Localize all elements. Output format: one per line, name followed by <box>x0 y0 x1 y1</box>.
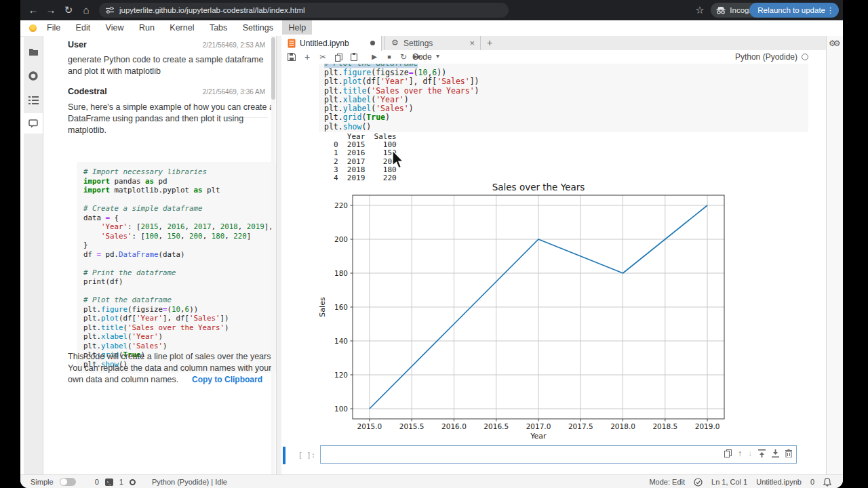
insert-cell-below-icon[interactable] <box>772 449 779 458</box>
home-icon[interactable]: ⌂ <box>79 0 94 20</box>
status-bar: Simple 0 ›_ 1 Python (Pyodide) | Idle Mo… <box>20 474 843 488</box>
svg-text:200: 200 <box>334 235 348 243</box>
table-of-contents-icon[interactable] <box>24 90 43 110</box>
move-cell-down-icon[interactable]: ↓ <box>748 449 752 458</box>
cut-cells-icon[interactable]: ✂ <box>317 50 329 64</box>
svg-text:2016.5: 2016.5 <box>484 422 509 430</box>
browser-toolbar: ← → ↻ ⌂ jupyterlite.github.io/jupyterlab… <box>20 0 843 20</box>
simple-mode-toggle[interactable] <box>60 478 76 486</box>
bell-icon[interactable] <box>823 478 831 487</box>
cursor-position[interactable]: Ln 1, Col 1 <box>711 478 747 486</box>
kernel-status-label[interactable]: Python (Pyodide) | Idle <box>152 478 227 486</box>
restart-kernel-icon[interactable]: ↻ <box>397 50 410 64</box>
new-tab-icon[interactable]: + <box>487 37 492 48</box>
save-icon[interactable] <box>285 50 298 64</box>
dataframe-output: Year Sales 0 2015 100 1 2016 150 2 2017 … <box>334 133 397 182</box>
gear-icon: ⚙ <box>391 38 399 47</box>
kernel-name-label[interactable]: Python (Pyodide) <box>735 52 797 62</box>
menu-edit[interactable]: Edit <box>70 20 97 35</box>
chat-user-timestamp: 2/21/56469, 2:53 AM <box>203 41 265 49</box>
svg-text:Year: Year <box>530 432 547 441</box>
chat-assistant-intro: Sure, here's a simple example of how you… <box>68 102 278 136</box>
menu-settings[interactable]: Settings <box>237 20 279 35</box>
svg-text:2015.5: 2015.5 <box>399 422 425 430</box>
forward-icon[interactable]: → <box>43 0 58 20</box>
svg-text:Sales over the Years: Sales over the Years <box>492 182 585 192</box>
site-info-icon[interactable] <box>106 7 114 14</box>
mouse-cursor <box>392 150 408 171</box>
bookmark-star-icon[interactable]: ☆ <box>692 0 707 20</box>
kernel-sessions-icon[interactable] <box>130 479 136 485</box>
url-text: jupyterlite.github.io/jupyterlab-codestr… <box>119 3 305 18</box>
notebook-icon <box>288 39 296 48</box>
saving-status-icon <box>694 478 703 487</box>
chat-scrollbar-thumb[interactable] <box>271 37 275 100</box>
cell-type-dropdown[interactable]: Code <box>412 52 432 62</box>
incognito-icon <box>716 6 726 14</box>
menu-file[interactable]: File <box>41 20 66 35</box>
chat-panel-icon[interactable] <box>24 113 43 134</box>
svg-text:2018.5: 2018.5 <box>652 422 677 430</box>
svg-text:140: 140 <box>334 337 348 345</box>
property-inspector-icon[interactable]: ⚙⚙ <box>829 39 838 48</box>
terminal-count[interactable]: 0 <box>95 478 99 486</box>
jupyterlite-logo <box>29 24 37 32</box>
dock-tab-bar: Untitled.ipynb ⚙ Settings × + <box>281 36 826 51</box>
svg-text:Sales: Sales <box>318 297 327 317</box>
jupyter-menubar: File Edit View Run Kernel Tabs Settings … <box>20 20 843 37</box>
relaunch-button[interactable]: Relaunch to update ⋮ <box>749 3 839 18</box>
empty-cell-editor[interactable]: ↑ ↓ <box>320 445 797 464</box>
menu-view[interactable]: View <box>100 20 130 35</box>
kernel-status-icon[interactable] <box>802 54 808 60</box>
menu-tabs[interactable]: Tabs <box>203 20 233 35</box>
svg-text:2015.0: 2015.0 <box>357 422 382 430</box>
copy-cells-icon[interactable] <box>332 50 344 64</box>
duplicate-cell-icon[interactable] <box>724 449 732 458</box>
notification-count[interactable]: 0 <box>810 478 814 486</box>
chat-assistant-name: Codestral <box>68 87 107 96</box>
chat-user-name: User <box>68 40 87 49</box>
kernel-count[interactable]: 1 <box>119 478 123 486</box>
paste-cells-icon[interactable] <box>348 50 360 64</box>
back-icon[interactable]: ← <box>26 0 41 20</box>
notebook-toolbar: + ✂ ▶ ■ ↻ ▶▶ Code ▾ Python (Pyodide) <box>281 50 826 64</box>
sales-chart: 2015.02015.52016.02016.52017.02017.52018… <box>315 182 749 441</box>
tab-untitled-ipynb[interactable]: Untitled.ipynb <box>281 36 382 51</box>
close-tab-icon[interactable]: × <box>469 38 475 48</box>
chrome-menu-icon[interactable]: ⋮ <box>827 3 834 18</box>
notebook-area: # Plot the dataframe plt.figure(figsize=… <box>281 64 826 474</box>
left-sidebar-strip <box>24 36 43 474</box>
url-bar[interactable]: jupyterlite.github.io/jupyterlab-codestr… <box>99 3 509 18</box>
svg-text:100: 100 <box>334 405 348 413</box>
code-cell-editor[interactable]: # Plot the dataframe plt.figure(figsize=… <box>319 64 808 132</box>
svg-text:220: 220 <box>334 201 348 209</box>
chat-assistant-outro: This code will create a line plot of sal… <box>68 351 278 386</box>
insert-cell-above-icon[interactable] <box>758 449 766 458</box>
chat-code-block[interactable]: # Import necessary librariesimport panda… <box>77 162 287 373</box>
chat-user-message: generate Python code to create a sample … <box>68 54 271 77</box>
stop-kernel-icon[interactable]: ■ <box>383 50 395 64</box>
svg-text:2017.5: 2017.5 <box>568 422 593 430</box>
move-cell-up-icon[interactable]: ↑ <box>738 449 742 458</box>
reload-icon[interactable]: ↻ <box>61 0 76 20</box>
run-cell-icon[interactable]: ▶ <box>368 50 380 64</box>
menu-kernel[interactable]: Kernel <box>163 20 200 35</box>
menu-run[interactable]: Run <box>133 20 161 35</box>
simple-mode-label: Simple <box>31 478 54 486</box>
chevron-down-icon[interactable]: ▾ <box>436 52 439 60</box>
svg-text:2018.0: 2018.0 <box>610 422 635 430</box>
running-kernels-icon[interactable] <box>24 66 43 86</box>
file-browser-icon[interactable] <box>24 41 43 62</box>
active-cell-indicator <box>283 447 285 464</box>
menu-help[interactable]: Help <box>282 20 312 35</box>
svg-text:2019.0: 2019.0 <box>695 422 720 430</box>
mode-indicator[interactable]: Mode: Edit <box>649 478 685 486</box>
chat-panel: User 2/21/56469, 2:53 AM generate Python… <box>43 36 276 474</box>
terminal-icon[interactable]: ›_ <box>105 479 113 486</box>
delete-cell-icon[interactable] <box>785 449 792 458</box>
tab-settings[interactable]: ⚙ Settings × <box>384 36 481 50</box>
unsaved-dot-icon[interactable] <box>370 41 375 45</box>
insert-cell-icon[interactable]: + <box>301 50 313 64</box>
chat-scrollbar[interactable] <box>271 36 275 474</box>
browser-window: ← → ↻ ⌂ jupyterlite.github.io/jupyterlab… <box>20 0 843 488</box>
